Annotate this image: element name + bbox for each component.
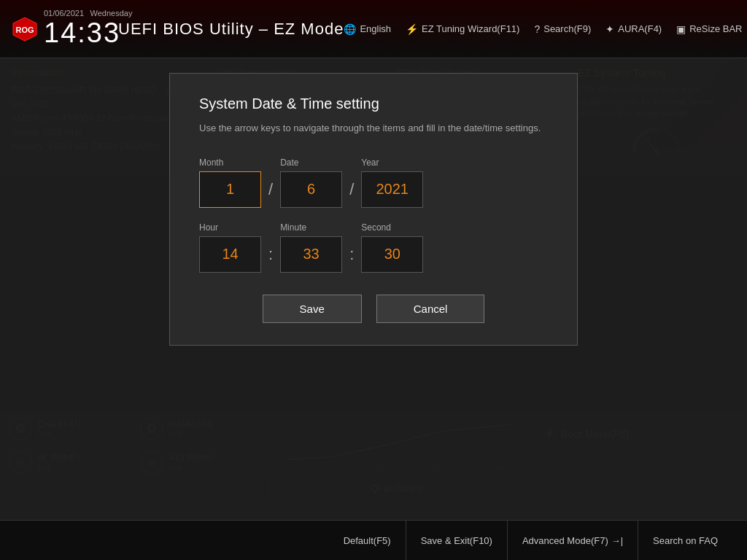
ez-tuning-wizard-btn[interactable]: ⚡ EZ Tuning Wizard(F11): [406, 23, 519, 35]
resize-bar-btn[interactable]: ▣ ReSize BAR: [676, 23, 742, 35]
second-label: Second: [361, 222, 423, 233]
hour-field: Hour: [199, 222, 261, 273]
time-row: Hour : Minute : Second: [199, 222, 548, 273]
dialog-description: Use the arrow keys to navigate through t…: [199, 121, 548, 136]
minute-label: Minute: [280, 222, 342, 233]
aura-label: AURA(F4): [618, 23, 662, 34]
advanced-mode-btn[interactable]: Advanced Mode(F7) →|: [508, 521, 638, 560]
resize-bar-label: ReSize BAR: [689, 23, 742, 34]
date-field: Date: [280, 158, 342, 208]
date-separator-2: /: [349, 180, 354, 199]
minute-field: Minute: [280, 222, 342, 273]
header-nav: 🌐 English ⚡ EZ Tuning Wizard(F11) ? Sear…: [344, 23, 742, 35]
app-title: UEFI BIOS Utility – EZ Mode: [118, 20, 344, 38]
day-text: Wednesday: [90, 9, 133, 18]
header: ROG 01/06/2021 Wednesday 14:33 UEFI BIOS…: [0, 0, 747, 58]
year-input[interactable]: [361, 171, 423, 208]
year-label: Year: [361, 158, 423, 168]
dialog-buttons: Save Cancel: [199, 295, 548, 323]
search-btn[interactable]: ? Search(F9): [534, 23, 591, 35]
globe-icon: 🌐: [344, 23, 356, 35]
ez-tuning-label: EZ Tuning Wizard(F11): [422, 23, 519, 34]
advanced-mode-label: Advanced Mode(F7): [522, 535, 608, 546]
date-text: 01/06/2021: [44, 9, 84, 18]
hour-label: Hour: [199, 222, 261, 233]
aura-icon: ✦: [605, 23, 614, 35]
svg-text:ROG: ROG: [15, 26, 34, 34]
datetime-area: 01/06/2021 Wednesday 14:33: [44, 6, 132, 47]
language-selector[interactable]: 🌐 English: [344, 23, 391, 35]
datetime-dialog: System Date & Time setting Use the arrow…: [169, 73, 578, 346]
date-input[interactable]: [280, 171, 342, 208]
year-field: Year: [361, 158, 423, 208]
search-faq-btn[interactable]: Search on FAQ: [638, 521, 732, 560]
advanced-mode-icon: →|: [611, 535, 623, 546]
modal-overlay: System Date & Time setting Use the arrow…: [0, 58, 747, 520]
month-input[interactable]: [199, 171, 261, 208]
date-row: Month / Date / Year: [199, 158, 548, 208]
footer: Default(F5) Save & Exit(F10) Advanced Mo…: [0, 520, 747, 560]
rog-logo-icon: ROG: [12, 16, 38, 42]
search-label: Search(F9): [543, 23, 591, 34]
time-separator-2: :: [349, 245, 354, 264]
resize-icon: ▣: [676, 23, 686, 35]
month-label: Month: [199, 158, 261, 168]
language-label: English: [360, 23, 391, 34]
dialog-title: System Date & Time setting: [199, 96, 548, 112]
aura-btn[interactable]: ✦ AURA(F4): [605, 23, 662, 35]
minute-input[interactable]: [280, 236, 342, 273]
cancel-button[interactable]: Cancel: [376, 295, 485, 323]
ez-tuning-icon: ⚡: [406, 23, 418, 35]
datetime-fields: Month / Date / Year Hour: [199, 158, 548, 273]
default-btn[interactable]: Default(F5): [329, 521, 406, 560]
month-field: Month: [199, 158, 261, 208]
second-input[interactable]: [361, 236, 423, 273]
search-icon: ?: [534, 23, 540, 35]
time-display: 14:33: [44, 19, 132, 47]
hour-input[interactable]: [199, 236, 261, 273]
date-label: Date: [280, 158, 342, 168]
second-field: Second: [361, 222, 423, 273]
save-button[interactable]: Save: [263, 295, 362, 323]
save-exit-btn[interactable]: Save & Exit(F10): [406, 521, 508, 560]
time-separator-1: :: [268, 245, 273, 264]
date-separator-1: /: [268, 180, 273, 199]
